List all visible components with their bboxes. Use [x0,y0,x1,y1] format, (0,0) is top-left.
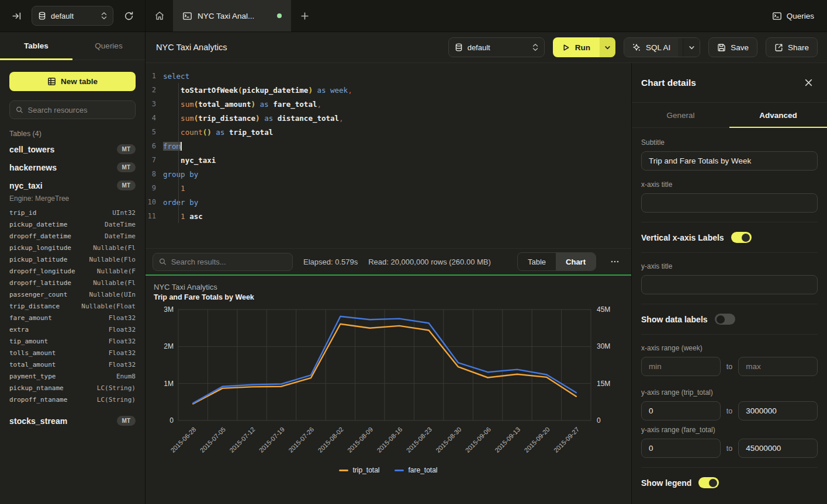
table-name: nyc_taxi [9,181,43,190]
vertical-x-axis-labels-toggle[interactable] [731,232,752,243]
resource-search-input[interactable] [28,106,129,114]
table-row-hackernews[interactable]: hackernewsMT [0,158,145,176]
legend-swatch [395,470,404,471]
engine-label: Engine: MergeTree [0,194,145,206]
editor-line: 4 sum(trip_distance) as distance_total, [146,111,631,125]
column-type: Float32 [109,312,136,324]
refresh-icon[interactable] [120,8,137,24]
tab-general[interactable]: General [632,103,729,127]
legend-item-fare_total[interactable]: fare_total [395,466,437,474]
run-options-button[interactable] [600,37,615,57]
y-range-fare-label: y-axis range (fare_total) [641,426,818,434]
database-selector[interactable]: default [32,6,113,26]
table-row-nyc_taxi[interactable]: nyc_taxiMT [0,176,145,194]
chart-panel: NYC Taxi Analytics Trip and Fare Totals … [146,276,631,504]
y-axis-title-field[interactable] [641,275,818,294]
svg-text:2015-08-16: 2015-08-16 [375,426,403,454]
line-number: 2 [146,86,163,94]
top-bar: default NYC Taxi Anal... Queries [0,0,827,32]
svg-text:2015-09-13: 2015-09-13 [493,426,521,454]
sql-editor[interactable]: 1select2 toStartOfWeek(pickup_datetime) … [146,63,631,248]
y-range-trip-min-field[interactable] [641,401,721,420]
share-button[interactable]: Share [766,37,818,57]
column-row: tolls_amountFloat32 [9,347,136,359]
search-icon [16,106,23,114]
editor-column: 1select2 toStartOfWeek(pickup_datetime) … [146,63,631,504]
x-range-min-field[interactable] [641,357,721,376]
column-type: LC(String) [97,383,136,394]
new-tab-button[interactable] [291,0,319,32]
svg-text:2015-07-05: 2015-07-05 [199,426,227,454]
x-axis-title-label: x-axis title [641,180,818,189]
column-type: LC(String) [97,394,136,406]
details-title: Chart details [641,78,696,88]
queries-button[interactable]: Queries [772,0,827,32]
code-text: sum(total_amount) as fare_total, [163,100,321,109]
column-type: Enum8 [116,371,136,383]
editor-line: 8group by [146,167,631,181]
save-button[interactable]: Save [708,37,757,57]
table-grid-icon [47,77,56,86]
columns-list: trip_idUInt32pickup_datetimeDateTimedrop… [0,206,145,412]
column-row: dropoff_ntanameLC(String) [9,394,136,406]
column-row: payment_typeEnum8 [9,371,136,383]
query-database-selector[interactable]: default [448,37,545,57]
engine-badge: MT [117,416,136,426]
column-row: dropoff_latitudeNullable(Fl [9,277,136,289]
table-row-stocks_stream[interactable]: stocks_streamMT [0,412,145,430]
toggle-knob [742,234,750,242]
code-text: toStartOfWeek(pickup_datetime) as week, [163,86,352,95]
code-text: 1 [163,184,185,193]
column-row: pickup_ntanameLC(String) [9,383,136,394]
column-type: Nullable(UIn [89,289,136,301]
editor-line: 2 toStartOfWeek(pickup_datetime) as week… [146,83,631,97]
code-text: nyc_taxi [163,156,216,165]
legend-item-trip_total[interactable]: trip_total [339,466,379,474]
sidebar-tab-tables[interactable]: Tables [0,32,72,60]
results-bar: Elapsed: 0.579s Read: 20,000,000 rows (2… [146,248,631,274]
x-axis-title-field[interactable] [641,193,818,213]
close-icon[interactable] [800,75,816,91]
column-name: fare_amount [9,312,52,324]
table-row-cell_towers[interactable]: cell_towersMT [0,140,145,158]
results-search-input[interactable] [171,258,286,266]
home-button[interactable] [146,0,173,32]
code-text: select [163,72,189,81]
sql-ai-button[interactable]: SQL AI [624,38,678,57]
column-name: pickup_longitude [9,242,71,254]
column-name: passenger_count [9,289,67,301]
show-legend-toggle[interactable] [698,477,719,488]
divider [641,222,818,223]
more-options-icon[interactable] [607,253,623,270]
collapse-sidebar-icon[interactable] [8,8,25,24]
engine-badge: MT [117,144,136,154]
run-button-label: Run [575,43,590,52]
column-row: trip_distanceNullable(Float [9,301,136,312]
new-table-button[interactable]: New table [9,72,136,91]
sql-ai-options-button[interactable] [683,38,700,57]
y-range-trip-max-field[interactable] [738,401,818,420]
column-name: tolls_amount [9,347,56,359]
editor-line: 6from [146,139,631,153]
text-cursor [181,142,182,151]
view-toggle-table[interactable]: Table [518,253,556,270]
subtitle-field[interactable] [641,151,818,171]
editor-line: 10order by [146,195,631,209]
show-data-labels-label: Show data labels [641,315,708,324]
tab-nyc-taxi-analytics[interactable]: NYC Taxi Anal... [173,0,291,32]
tab-strip-spacer [319,0,772,32]
sidebar-tab-queries[interactable]: Queries [72,32,145,60]
divider [641,334,818,335]
y-range-fare-max-field[interactable] [738,439,818,458]
column-row: trip_idUInt32 [9,207,136,219]
x-range-max-field[interactable] [738,357,818,376]
view-toggle-chart[interactable]: Chart [556,253,596,270]
column-name: trip_distance [9,301,60,312]
tab-advanced[interactable]: Advanced [729,103,827,127]
y-range-fare-min-field[interactable] [641,439,721,458]
svg-text:2015-07-26: 2015-07-26 [287,426,315,454]
column-row: passenger_countNullable(UIn [9,289,136,301]
line-number: 3 [146,100,163,108]
run-button[interactable]: Run [553,37,600,57]
show-data-labels-toggle[interactable] [715,314,735,325]
